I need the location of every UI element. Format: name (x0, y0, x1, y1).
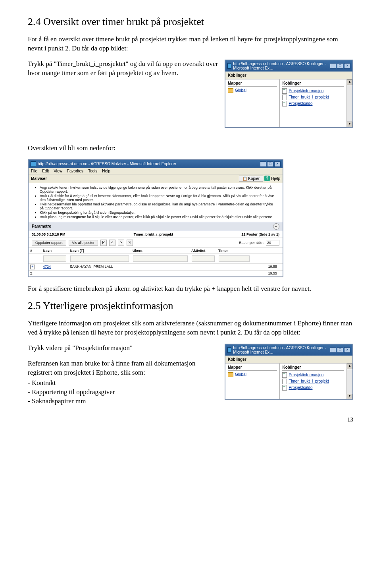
help-text: Angi søkekriterier i hvilken som helst a… (29, 183, 283, 222)
row-name: SANKHAYAN, PREM LALL (68, 264, 131, 270)
col-mapper: Mapper (228, 365, 277, 371)
section-2-5-heading: 2.5 Ytterligere prosjektinformasjon (28, 300, 353, 312)
page-prev-button[interactable]: < (109, 240, 115, 246)
koblinger-header: Koblinger (225, 72, 352, 79)
section-2-4-heading: 2.4 Oversikt over timer brukt på prosjek… (28, 16, 353, 28)
table-header: # Navn Navn (T) Ukenr. Aktivitet Timer (29, 248, 283, 254)
scroll-up-icon[interactable]: ▲ (347, 364, 352, 369)
col-koblinger: Koblinger (282, 81, 344, 87)
scroll-up-icon[interactable]: ▲ (347, 79, 352, 85)
malviser-window: http://nlh-agresso-nt.umb.no - AGRESSO M… (28, 159, 283, 277)
titlebar: http://nlh-agresso-nt.umb.no - AGRESSO K… (225, 60, 352, 72)
section-2-4-para1: For å få en oversikt over timene brukt p… (28, 35, 353, 53)
menu-file[interactable]: File (31, 169, 37, 173)
close-button[interactable]: × (344, 63, 350, 69)
link-prosjektinformasjon[interactable]: Prosjektinformasjon (282, 372, 344, 378)
sigma-icon (29, 271, 41, 276)
scrollbar[interactable]: ▲ ▼ (346, 79, 352, 127)
maximize-button[interactable]: □ (337, 63, 343, 69)
section-2-4-para4: For å spesifisere timebruken på ukenr. o… (28, 284, 353, 294)
row-id[interactable]: 4724 (41, 264, 68, 270)
filter-navn-t[interactable] (70, 255, 129, 262)
titlebar: http://nlh-agresso-nt.umb.no - AGRESSO K… (225, 344, 352, 356)
folder-icon (228, 372, 233, 377)
oppdater-rapport-button[interactable]: Oppdater rapport (32, 240, 66, 246)
doc-icon (282, 95, 287, 100)
filter-ukenr[interactable] (133, 255, 188, 262)
row-hours: 19.55 (252, 264, 279, 270)
minimize-button[interactable]: _ (330, 63, 336, 69)
minimize-button[interactable]: _ (330, 347, 336, 353)
link-timer-brukt[interactable]: Timer_brukt_i_prosjekt (282, 94, 344, 101)
link-timer-brukt[interactable]: Timer_brukt_i_prosjekt (282, 378, 344, 385)
scrollbar[interactable]: ▲ ▼ (346, 364, 352, 399)
col-mapper: Mapper (228, 81, 277, 87)
section-2-5-para1: Ytterligere informasjon om prosjektet sl… (28, 319, 353, 337)
status-title: Timer_brukt_i_prosjekt (65, 232, 242, 236)
menu-help[interactable]: Help (102, 169, 110, 173)
parametre-header[interactable]: Parametre ⌄ (29, 222, 283, 231)
koblinger-window-1: http://nlh-agresso-nt.umb.no - AGRESSO K… (225, 60, 353, 128)
page-next-button[interactable]: > (118, 240, 124, 246)
maximize-button[interactable]: □ (267, 161, 273, 167)
doc-icon (282, 372, 287, 378)
section-2-4-para3: Oversikten vil bli som nedenfor: (28, 144, 353, 153)
window-title: http://nlh-agresso-nt.umb.no - AGRESSO K… (233, 346, 327, 354)
hjelp-button[interactable]: Hjelp (271, 176, 280, 181)
close-button[interactable]: × (274, 161, 281, 167)
doc-icon (282, 88, 287, 94)
doc-icon (282, 101, 287, 106)
rows-per-page-label: Rader per side : (239, 241, 264, 245)
link-prosjektsaldo[interactable]: Prosjektsaldo (282, 385, 344, 391)
folder-global[interactable]: Global (228, 88, 277, 93)
filter-navn[interactable] (43, 255, 66, 262)
rows-per-page-input[interactable] (266, 240, 279, 246)
status-timestamp: 31.08.05 3:15:18 PM (32, 232, 65, 236)
vis-alle-poster-button[interactable]: Vis alle poster (69, 240, 98, 246)
folder-icon (228, 88, 233, 93)
link-prosjektsaldo[interactable]: Prosjektsaldo (282, 101, 344, 107)
sum-hours: 19.55 (252, 271, 279, 276)
folder-global[interactable]: Global (228, 372, 277, 377)
col-koblinger: Koblinger (282, 365, 344, 371)
page-last-button[interactable]: >| (127, 240, 133, 246)
filter-timer[interactable] (219, 255, 250, 262)
menu-edit[interactable]: Edit (42, 169, 49, 173)
table-sum-row: 19.55 (29, 271, 283, 277)
menu-tools[interactable]: Tools (88, 169, 97, 173)
page-first-button[interactable]: |< (100, 240, 107, 246)
table-row: + 4724 SANKHAYAN, PREM LALL 19.55 (29, 264, 283, 271)
minimize-button[interactable]: _ (260, 161, 266, 167)
window-title: http://nlh-agresso-nt.umb.no - AGRESSO K… (233, 62, 327, 70)
titlebar: http://nlh-agresso-nt.umb.no - AGRESSO M… (29, 160, 283, 168)
expand-icon[interactable]: + (30, 265, 35, 269)
koblinger-window-2: http://nlh-agresso-nt.umb.no - AGRESSO K… (225, 344, 353, 400)
chevron-down-icon[interactable]: ⌄ (273, 223, 279, 230)
doc-icon (282, 385, 287, 391)
filter-aktivitet[interactable] (192, 255, 215, 262)
ie-icon (227, 63, 231, 69)
menu-favorites[interactable]: Favorites (67, 169, 83, 173)
menubar: File Edit View Favorites Tools Help (29, 168, 283, 174)
scroll-down-icon[interactable]: ▼ (347, 394, 352, 399)
ie-icon (227, 347, 231, 353)
link-prosjektinformasjon[interactable]: Prosjektinformasjon (282, 88, 344, 94)
ie-icon (31, 161, 36, 167)
pager-row: Oppdater rapport Vis alle poster |< < > … (29, 238, 283, 248)
doc-icon (282, 379, 287, 384)
tab-malviser[interactable]: Malviser (31, 176, 47, 181)
kopier-button[interactable]: 📋 Kopier (239, 176, 264, 182)
koblinger-header: Koblinger (225, 356, 352, 364)
status-row: 31.08.05 3:15:18 PM Timer_brukt_i_prosje… (29, 231, 283, 238)
status-count: 22 Poster (Side 1 av 1) (241, 232, 279, 236)
table-filter-row (29, 254, 283, 264)
window-title: http://nlh-agresso-nt.umb.no - AGRESSO M… (38, 162, 176, 166)
menu-view[interactable]: View (54, 169, 62, 173)
help-icon[interactable]: ? (264, 176, 270, 181)
scroll-down-icon[interactable]: ▼ (347, 122, 352, 127)
maximize-button[interactable]: □ (337, 347, 343, 353)
close-button[interactable]: × (344, 347, 350, 353)
page-number: 13 (28, 416, 353, 423)
